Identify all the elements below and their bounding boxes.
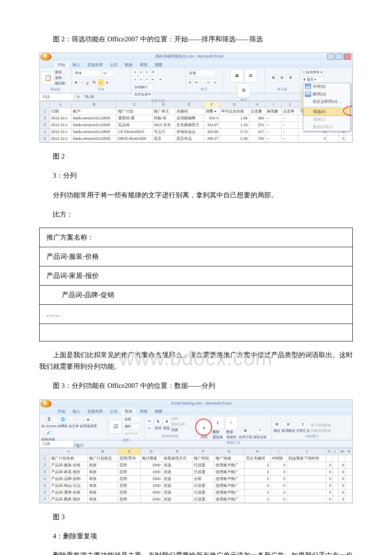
format-cell-icon[interactable]: ⚙ — [287, 74, 294, 82]
tab-review[interactable]: 审阅 — [136, 61, 151, 69]
window-title: 我的关键词报告(1).csv - Microsoft Excel — [52, 54, 327, 60]
data-validation-icon[interactable]: ✓ — [225, 416, 238, 430]
tab-layout[interactable]: 页面布局 — [84, 61, 106, 69]
worksheet-grid[interactable]: ABCDEFGHIJKLMN 1 推广计划名称 推广计划状态 启用/暂停 每日预… — [40, 448, 352, 503]
insert-cell-icon[interactable]: ⊞ — [270, 74, 277, 82]
table-style-icon[interactable]: ▤ — [244, 69, 257, 83]
sort-icon[interactable]: ⇅ — [154, 418, 162, 426]
fig2-caption: 图 2 — [39, 150, 353, 162]
window-controls[interactable] — [327, 54, 351, 60]
font-name[interactable]: 宋体 — [73, 70, 101, 77]
edit-links-button[interactable]: 编辑链接 — [123, 431, 140, 437]
ribbon-tabs[interactable]: 开始 插入 页面布局 公式 数据 审阅 视图 — [40, 408, 352, 415]
clear-filter-item[interactable]: 清除(C) — [303, 116, 350, 124]
group-icon[interactable]: ⊞ — [273, 421, 281, 428]
tab-formula[interactable]: 公式 — [107, 61, 121, 69]
plan-row: 产品词-品牌-促销 — [40, 285, 353, 304]
tab-data[interactable]: 数据 — [121, 408, 136, 415]
delete-cell-icon[interactable]: ⊟ — [278, 74, 286, 82]
align-mid[interactable]: ≡ — [138, 69, 144, 76]
fig3-title: 图 3：分列功能在 Office2007 中的位置：数据——分列 — [39, 380, 353, 391]
tab-home[interactable]: 开始 — [54, 408, 69, 415]
align-top[interactable]: ≡ — [133, 69, 138, 76]
group-connections: 连接 — [109, 437, 142, 443]
tab-data[interactable]: 数据 — [121, 61, 136, 69]
subtotal-icon[interactable]: Σ — [299, 421, 307, 428]
from-text-icon[interactable]: 📄 — [70, 416, 78, 424]
align-left[interactable]: ≡ — [133, 76, 138, 83]
font-size[interactable]: 11 — [101, 70, 114, 77]
fig3-caption: 图 3 — [39, 511, 353, 523]
autosum-button[interactable]: Σ 自动求和 ▾ — [301, 69, 324, 76]
from-other-icon[interactable]: ⊕ — [84, 416, 92, 424]
italic-button[interactable]: I — [80, 79, 84, 86]
orientation[interactable]: ⟳ — [150, 69, 156, 76]
from-web-icon[interactable]: 🌐 — [59, 416, 66, 424]
indent-dec[interactable]: ⇤ — [150, 76, 156, 83]
text-to-columns-icon[interactable]: ⫼ — [198, 421, 210, 435]
whatif-icon[interactable]: ? — [256, 427, 264, 435]
tab-view[interactable]: 视图 — [151, 61, 166, 69]
ungroup-icon[interactable]: ⊟ — [285, 421, 292, 428]
format-painter-button[interactable]: 格式刷 — [55, 81, 65, 86]
tab-insert[interactable]: 插入 — [69, 61, 84, 69]
filter-icon[interactable] — [214, 111, 216, 113]
font-color-button[interactable]: A — [104, 79, 110, 86]
fill-down-button[interactable]: ⬇ 填充 ▾ — [301, 76, 324, 83]
sort-asc-item[interactable]: 升序(S) — [303, 83, 350, 91]
existing-conn-icon[interactable]: 🔗 — [44, 430, 52, 437]
sort-filter-dropdown[interactable]: 升序(S) 降序(O) 自定义排序(U)… 筛选(F) 清除(C) 重新应用(Y… — [303, 83, 351, 131]
copy-button[interactable]: 复制 — [55, 75, 65, 81]
tab-layout[interactable]: 页面布局 — [84, 408, 106, 415]
tab-insert[interactable]: 插入 — [69, 408, 84, 415]
align-right[interactable]: ≡ — [144, 76, 150, 83]
inc-decimal[interactable]: .0 — [205, 79, 211, 86]
section-4-heading: 4：删除重复项 — [39, 530, 353, 542]
from-access-icon[interactable]: 🗄 — [45, 416, 53, 424]
p3a: 分列功能常用于将一些有规律的文字进行别离，拿到其中自己想要的局部。 — [39, 189, 353, 201]
group-font: 字体 — [73, 87, 129, 92]
ribbon: 🗄自 Access 🌐自网站 📄自文本 ⊕自其他来源 🔗现有连接 获取外部数据 … — [40, 415, 352, 440]
name-box[interactable]: F12 — [40, 94, 74, 100]
align-bot[interactable]: ≡ — [144, 69, 150, 76]
number-format[interactable]: 常规 — [187, 70, 215, 77]
border-button[interactable]: 田 — [91, 79, 98, 86]
sort-asc-btn[interactable]: A↓ — [146, 418, 153, 425]
align-center[interactable]: ≡ — [138, 76, 144, 83]
fill-color-button[interactable]: ◇ — [98, 79, 104, 86]
office-orb-icon[interactable] — [40, 400, 52, 408]
name-box[interactable]: C15 — [40, 441, 74, 447]
group-cells: 单元格 — [267, 87, 297, 92]
filter-item[interactable]: 筛选(F) — [303, 108, 350, 116]
ribbon-tabs[interactable]: 开始 插入 页面布局 公式 数据 审阅 视图 — [40, 61, 352, 68]
percent-button[interactable]: % — [193, 79, 199, 86]
p4a: 删除重复项主要功能就是去重。有时我们需要给所有推广单元添加一条新广告，如果我们手… — [39, 549, 353, 555]
cond-format-icon[interactable]: ▦ — [231, 69, 243, 83]
indent-inc[interactable]: ⇥ — [157, 76, 163, 83]
paste-icon[interactable]: 📋 — [41, 71, 54, 85]
reapply-item[interactable]: 重新应用(Y) — [303, 124, 350, 131]
properties-button[interactable]: 属性 — [123, 423, 140, 430]
bold-button[interactable]: B — [73, 79, 79, 86]
tab-home[interactable]: 开始 — [54, 61, 69, 69]
excel-fig2: 我的关键词报告(1).csv - Microsoft Excel 开始 插入 页… — [39, 52, 353, 143]
wrap-button[interactable]: 自动换行 — [133, 84, 153, 91]
remove-dup-icon[interactable]: ⫿ — [211, 416, 224, 430]
dec-decimal[interactable]: .0 — [211, 79, 218, 86]
tab-formula[interactable]: 公式 — [107, 408, 121, 415]
filter-funnel-icon[interactable]: ▼ — [163, 418, 170, 426]
plan-row: 推广方案名称： — [40, 228, 353, 247]
underline-button[interactable]: U — [84, 79, 90, 86]
tab-view[interactable]: 视图 — [151, 408, 166, 415]
consolidate-icon[interactable]: ⊞ — [242, 427, 249, 435]
connections-button[interactable]: 连接 — [123, 416, 140, 423]
office-orb-icon[interactable] — [40, 53, 52, 61]
currency-button[interactable]: $ — [187, 79, 193, 86]
cut-button[interactable]: 剪切 — [55, 70, 65, 75]
custom-sort-item[interactable]: 自定义排序(U)… — [303, 98, 350, 106]
refresh-all-icon[interactable]: 🔄 — [109, 420, 122, 434]
comma-button[interactable]: , — [200, 79, 205, 86]
sort-desc-btn[interactable]: Z↓ — [146, 425, 153, 432]
sort-desc-item[interactable]: 降序(O) — [303, 91, 350, 98]
tab-review[interactable]: 审阅 — [136, 408, 151, 415]
